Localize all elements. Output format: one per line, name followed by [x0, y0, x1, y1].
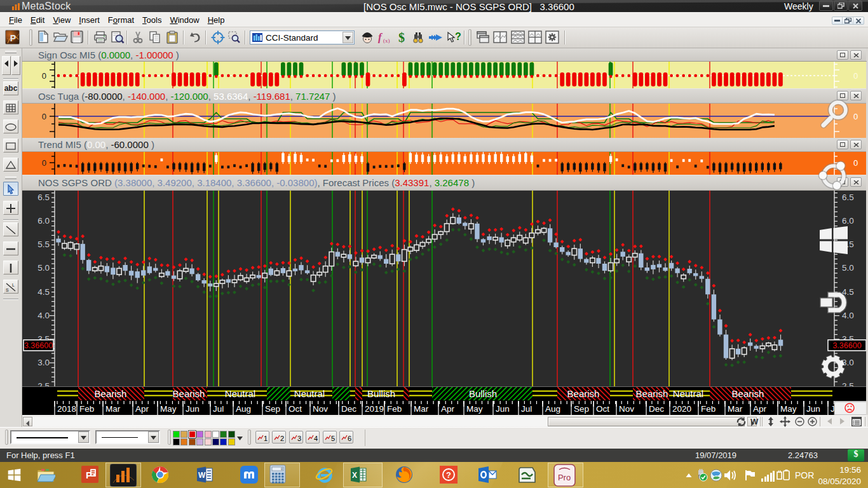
- svg-text:Apr: Apr: [135, 404, 149, 414]
- svg-text:S: S: [6, 288, 9, 292]
- svg-text:4: 4: [314, 435, 318, 442]
- svg-text:W: W: [198, 471, 206, 480]
- svg-text:Mar: Mar: [105, 404, 121, 414]
- svg-text:Jul: Jul: [521, 404, 532, 414]
- svg-text:Feb: Feb: [701, 404, 715, 414]
- svg-text:Bullish: Bullish: [367, 388, 395, 399]
- svg-text:Nov: Nov: [619, 404, 634, 414]
- svg-text:Bearish: Bearish: [567, 388, 600, 399]
- svg-text:Bearish: Bearish: [173, 388, 205, 399]
- svg-text:Feb: Feb: [79, 404, 94, 414]
- svg-text:X: X: [352, 471, 357, 480]
- svg-text:Mar: Mar: [414, 404, 429, 414]
- svg-text:Aug: Aug: [545, 404, 560, 414]
- svg-text:Jun: Jun: [806, 404, 820, 414]
- svg-text:$: $: [398, 30, 405, 44]
- svg-text:May: May: [780, 404, 797, 414]
- svg-text:Neutral: Neutral: [225, 388, 255, 399]
- svg-text:2: 2: [280, 435, 284, 442]
- svg-text:Nov: Nov: [313, 404, 328, 414]
- svg-text:Bearish: Bearish: [636, 388, 668, 399]
- svg-text:0: 0: [281, 468, 283, 471]
- svg-text:0: 0: [42, 112, 46, 121]
- svg-text:1: 1: [264, 435, 268, 442]
- svg-text:Oct: Oct: [596, 404, 609, 414]
- svg-text:May: May: [160, 404, 177, 414]
- svg-text:L: L: [12, 283, 15, 287]
- svg-text:Sep: Sep: [574, 404, 589, 414]
- svg-text:0: 0: [42, 71, 46, 81]
- svg-text:?: ?: [455, 31, 461, 42]
- svg-text:0: 0: [42, 158, 46, 168]
- svg-text:Bearish: Bearish: [95, 388, 127, 399]
- svg-text:4.0: 4.0: [37, 311, 50, 320]
- svg-text:Bullish: Bullish: [469, 388, 497, 399]
- svg-text:Jun: Jun: [496, 404, 510, 414]
- svg-text:(x): (x): [383, 37, 390, 44]
- svg-text:6: 6: [348, 435, 351, 442]
- svg-text:4.5: 4.5: [37, 287, 50, 297]
- svg-text:Apr: Apr: [441, 404, 455, 414]
- svg-text:Pro: Pro: [558, 473, 571, 482]
- svg-text:P: P: [10, 33, 16, 43]
- svg-text:Sep: Sep: [265, 404, 280, 414]
- svg-text:2.5: 2.5: [37, 381, 50, 386]
- svg-text:2020: 2020: [672, 404, 691, 414]
- svg-text:0: 0: [853, 71, 858, 81]
- svg-text:2019: 2019: [365, 404, 384, 414]
- svg-text:Mar: Mar: [728, 404, 743, 414]
- svg-text:f: f: [378, 31, 383, 43]
- svg-text:Bearish: Bearish: [732, 388, 764, 399]
- svg-text:5.0: 5.0: [37, 263, 50, 273]
- svg-text:Jul: Jul: [213, 404, 224, 414]
- svg-text:5.5: 5.5: [37, 240, 50, 249]
- svg-text:Neutral: Neutral: [673, 388, 703, 399]
- svg-text:Oct: Oct: [288, 404, 302, 414]
- svg-text:Dec: Dec: [341, 404, 356, 414]
- svg-text:5: 5: [331, 435, 335, 442]
- svg-text:3.0: 3.0: [37, 358, 50, 367]
- svg-text:3.36600: 3.36600: [24, 341, 53, 350]
- svg-text:6.5: 6.5: [37, 193, 50, 202]
- svg-text:2018: 2018: [57, 404, 76, 414]
- svg-text:Feb: Feb: [387, 404, 402, 414]
- svg-text:3: 3: [297, 435, 301, 442]
- svg-text:Neutral: Neutral: [294, 388, 325, 399]
- svg-text:Dec: Dec: [649, 404, 664, 414]
- svg-text:6.0: 6.0: [37, 216, 50, 226]
- svg-text:May: May: [466, 404, 483, 414]
- svg-text:?: ?: [446, 470, 451, 480]
- svg-text:Apr: Apr: [753, 404, 767, 414]
- svg-text:Aug: Aug: [236, 404, 251, 414]
- svg-text:Jun: Jun: [186, 404, 200, 414]
